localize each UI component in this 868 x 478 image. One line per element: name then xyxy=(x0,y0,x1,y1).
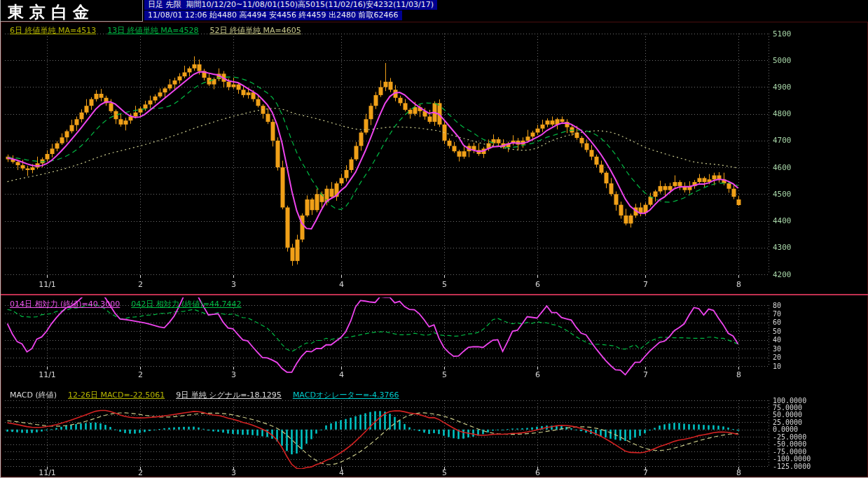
legend-item: 12-26日 MACD=-22.5061 xyxy=(68,391,165,400)
macd-legend-title: MACD (終値) xyxy=(10,391,57,400)
macd-legend: MACD (終値)12-26日 MACD=-22.50619日 単純 シグナル=… xyxy=(10,390,411,400)
quote-info-bar: 11/08/01 12:06 始4480 高4494 安4456 終4459 出… xyxy=(144,10,402,20)
moving-average-legend: 6日 終値単純 MA=451313日 終値単純 MA=452852日 終値単純 … xyxy=(10,25,312,36)
legend-item: 9日 単純 シグナル=-18.1295 xyxy=(176,391,282,400)
legend-item: 014日 相対力 (終値)=40.3000 xyxy=(10,300,120,309)
instrument-title: 東京白金 xyxy=(8,1,95,23)
candlestick-chart-canvas xyxy=(1,22,868,293)
legend-item: 52日 終値単純 MA=4605 xyxy=(209,26,301,35)
panel-separator xyxy=(1,294,868,295)
legend-item: 6日 終値単純 MA=4513 xyxy=(10,26,96,35)
legend-item: MACDオシレーター=-4.3766 xyxy=(293,391,399,400)
chart-app-screen: 東京白金 日足 先限 期間10/12/20~11/08/01(150)高5015… xyxy=(0,0,868,478)
legend-item: 042日 相対力 (終値)=44.7442 xyxy=(131,300,241,309)
rsi-legend: 014日 相対力 (終値)=40.3000042日 相対力 (終値)=44.74… xyxy=(10,299,253,309)
legend-item: 13日 終値単純 MA=4528 xyxy=(107,26,198,35)
session-info-bar: 日足 先限 期間10/12/20~11/08/01(150)高5015(11/0… xyxy=(144,0,437,10)
